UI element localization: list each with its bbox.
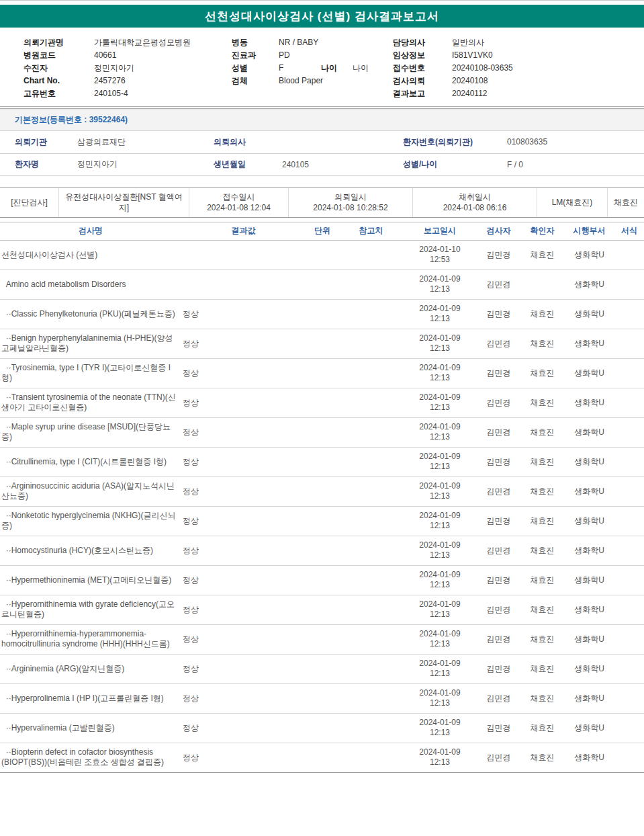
result-cell-result: 정상 [181, 417, 306, 447]
result-cell-name: ··Tyrosinemia, type I (TYR I)(고타이로신혈증 I형… [0, 358, 181, 388]
column-header-department: 시행부서 [564, 222, 614, 240]
result-cell-confirmer: 채효진 [520, 358, 564, 388]
result-cell-result: 정상 [181, 329, 306, 358]
result-cell-name: ··Argininosuccinic aciduria (ASA)(알지노석시닌… [0, 476, 181, 506]
result-cell-ref [339, 329, 403, 358]
result-cell-dept: 생화학U [564, 240, 614, 269]
result-cell-unit [306, 595, 339, 624]
result-cell-date: 2024-01-09 12:13 [403, 536, 477, 565]
spacer [0, 176, 644, 187]
result-cell-unit [306, 299, 339, 329]
result-cell-dept: 생화학U [564, 269, 614, 299]
field-value: 240105 [282, 153, 403, 175]
result-cell-result: 정상 [181, 743, 306, 772]
column-header-reference: 참고치 [339, 222, 403, 240]
result-cell-dept: 생화학U [564, 654, 614, 683]
result-cell-ref [339, 595, 403, 624]
result-cell-result: 정상 [181, 565, 306, 595]
field-value: I581V1VK0 [452, 50, 493, 60]
column-header-result: 결과값 [181, 222, 306, 240]
field-value: PD [279, 50, 290, 60]
results-body: 선천성대사이상검사 (선별)2024-01-10 12:53김민경채효진생화학U… [0, 240, 644, 772]
result-cell-name: ··Classic Phenylketonuria (PKU)(페닐케톤뇨증) [0, 299, 181, 329]
result-cell-unit [306, 713, 339, 743]
result-cell-ref [339, 388, 403, 417]
result-cell-result [181, 269, 306, 299]
result-cell-unit [306, 743, 339, 772]
report-title-bar: 선천성대사이상검사 (선별) 검사결과보고서 [0, 5, 644, 28]
result-cell-date: 2024-01-09 12:13 [403, 743, 477, 772]
result-row: ··Hyperornithinemia-hyperammonemia-homoc… [0, 624, 644, 654]
result-cell-ref [339, 269, 403, 299]
field-value: 40661 [94, 50, 116, 60]
result-cell-dept: 생화학U [564, 299, 614, 329]
result-row: Amino acid metabolism Disorders2024-01-0… [0, 269, 644, 299]
result-cell-dept: 생화학U [564, 713, 614, 743]
result-row: ··Hypervalinemia (고발린혈증)정상2024-01-09 12:… [0, 713, 644, 743]
field-label: 나이 [321, 63, 353, 73]
result-cell-confirmer: 채효진 [520, 240, 564, 269]
result-cell-result: 정상 [181, 506, 306, 536]
result-cell-tester: 김민경 [477, 536, 520, 565]
field-label: 검체 [232, 76, 279, 85]
field-label: 고유번호 [24, 89, 94, 98]
column-header-confirmer: 확인자 [520, 222, 564, 240]
result-cell-dept: 생화학U [564, 506, 614, 536]
result-cell-dept: 생화학U [564, 417, 614, 447]
result-cell-name: ··Hyperornithinemia with gyrate deficien… [0, 595, 181, 624]
field-label: 병원코드 [24, 50, 94, 60]
result-cell-format [614, 269, 644, 299]
result-cell-unit [306, 536, 339, 565]
field-value: 나이 [353, 63, 369, 73]
order-row: [진단검사] 유전성대사이상질환[NST 혈액여지] 접수일시 2024-01-… [0, 187, 644, 218]
result-cell-tester: 김민경 [477, 388, 520, 417]
field-value: F [279, 63, 321, 73]
result-cell-tester: 김민경 [477, 269, 520, 299]
result-cell-ref [339, 743, 403, 772]
result-cell-confirmer: 채효진 [520, 476, 564, 506]
field-label: 병동 [232, 38, 279, 47]
order-received-datetime: 접수일시 2024-01-08 12:04 [189, 188, 289, 217]
result-cell-result: 정상 [181, 536, 306, 565]
field-value: 정민지아기 [94, 63, 134, 73]
result-row: ··Benign hyperphenylalaninemia (H-PHE)(양… [0, 329, 644, 358]
field-value: LM(채효진) [552, 197, 593, 208]
result-cell-confirmer: 채효진 [520, 417, 564, 447]
result-cell-date: 2024-01-09 12:13 [403, 417, 477, 447]
result-cell-ref [339, 624, 403, 654]
result-cell-name: ··Hypervalinemia (고발린혈증) [0, 713, 181, 743]
result-cell-name: ··Hypermethioninemia (MET)(고메티오닌혈증) [0, 565, 181, 595]
result-cell-ref [339, 417, 403, 447]
result-cell-ref [339, 536, 403, 565]
order-test-name-text: 유전성대사이상질환[NST 혈액여지] [60, 192, 187, 213]
result-cell-format [614, 595, 644, 624]
result-cell-result: 정상 [181, 683, 306, 713]
result-cell-confirmer: 채효진 [520, 743, 564, 772]
result-cell-format [614, 654, 644, 683]
result-cell-confirmer: 채효진 [520, 713, 564, 743]
result-cell-dept: 생화학U [564, 476, 614, 506]
result-cell-dept: 생화학U [564, 358, 614, 388]
field-label: 접수일시 [223, 192, 255, 202]
order-tag-text: [진단검사] [11, 197, 48, 208]
result-row: ··Tyrosinemia, type I (TYR I)(고타이로신혈증 I형… [0, 358, 644, 388]
result-cell-format [614, 240, 644, 269]
field-value: NR / BABY [279, 38, 318, 47]
result-cell-result: 정상 [181, 476, 306, 506]
header-col-left: 의뢰기관명가톨릭대학교은평성모병원 병원코드40661 수진자정민지아기 Cha… [24, 38, 232, 98]
result-cell-format [614, 358, 644, 388]
result-cell-unit [306, 476, 339, 506]
result-cell-format [614, 683, 644, 713]
result-cell-format [614, 536, 644, 565]
result-cell-date: 2024-01-09 12:13 [403, 299, 477, 329]
result-cell-tester: 김민경 [477, 565, 520, 595]
result-cell-ref [339, 358, 403, 388]
field-value: F / 0 [507, 153, 644, 175]
column-header-format: 서식 [614, 222, 644, 240]
result-cell-name: ··Hyperprolinemia I (HP I)(고프롤린혈증 I형) [0, 683, 181, 713]
result-cell-ref [339, 654, 403, 683]
result-cell-confirmer: 채효진 [520, 595, 564, 624]
field-label: 성별 [232, 63, 279, 73]
result-cell-name: ··Hyperornithinemia-hyperammonemia-homoc… [0, 624, 181, 654]
result-cell-date: 2024-01-09 12:13 [403, 595, 477, 624]
